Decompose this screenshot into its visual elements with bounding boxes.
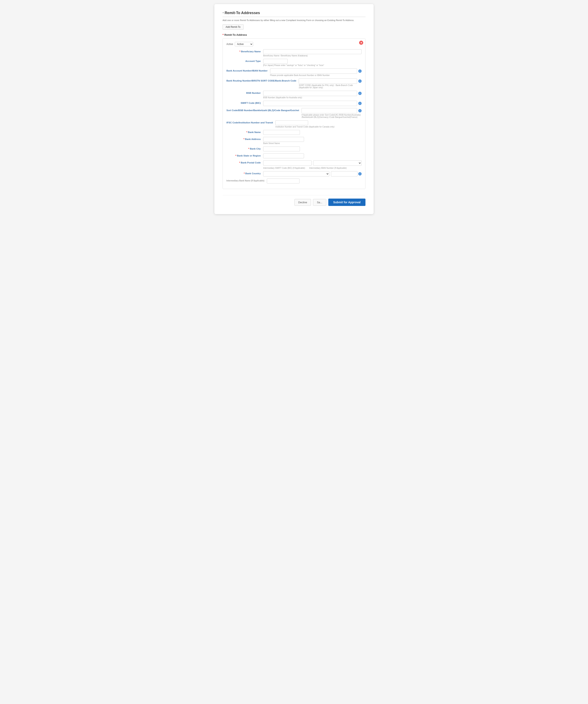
ifsc-code-row: IFSC Code/Institution Number and Transit… — [226, 120, 362, 128]
status-select[interactable]: Active Inactive — [235, 42, 253, 46]
sort-code-hint: If Applicable please enter Sort Code(UK)… — [302, 114, 362, 118]
sort-code-info-icon[interactable]: i — [358, 109, 362, 112]
sort-code-input[interactable] — [302, 108, 357, 113]
swift-code-input[interactable] — [263, 101, 357, 106]
bank-name-label: Bank Name — [226, 130, 263, 133]
bank-routing-info-icon[interactable]: i — [358, 79, 362, 83]
swift-code-label: SWIFT Code (BIC) — [226, 101, 263, 104]
intermediary-swift-input[interactable] — [331, 171, 357, 177]
status-row: Active Active Inactive — [226, 42, 362, 46]
intermediary-swift-info-icon[interactable]: i — [358, 172, 362, 175]
bsb-number-info-icon[interactable]: i — [358, 92, 362, 95]
account-type-row: Account Type [For Japan] Please enter "s… — [226, 59, 362, 66]
decline-button[interactable]: Decline — [295, 199, 311, 206]
bank-state-label: Bank State or Region — [226, 154, 263, 157]
intermediary-bank-name-row: Intermediary Bank Name (If Applicable) — [226, 179, 362, 183]
section-description: Add one or more Remit-To Addresses by ei… — [222, 19, 366, 21]
bsb-number-input[interactable] — [263, 91, 357, 96]
account-type-input[interactable] — [263, 59, 288, 64]
bank-country-label: Bank Country — [226, 171, 263, 175]
bank-country-row: Bank Country i — [226, 171, 362, 177]
close-button[interactable]: ✕ — [359, 41, 363, 45]
bsb-number-row: BSB Number i BSB Number (Applicable for … — [226, 91, 362, 99]
bank-state-input[interactable] — [263, 154, 304, 158]
ifsc-code-label: IFSC Code/Institution Number and Transit — [226, 120, 275, 124]
add-remit-button[interactable]: Add Remit-To — [222, 24, 244, 30]
status-label: Active — [226, 43, 233, 46]
footer-actions: Decline Sa... Submit for Approval — [222, 195, 366, 206]
save-button[interactable]: Sa... — [313, 199, 326, 206]
remit-form-card: ✕ Active Active Inactive Beneficiary Nam… — [222, 39, 366, 189]
bank-postal-input[interactable] — [263, 160, 312, 166]
beneficiary-name-hint: Beneficiary Name / Beneficiary Name (Kat… — [263, 55, 362, 57]
bank-city-row: Bank City — [226, 146, 362, 152]
bsb-number-hint: BSB Number (Applicable for Australia onl… — [263, 97, 362, 99]
page-container: Remit-To Addresses Add one or more Remit… — [214, 4, 374, 214]
bank-postal-country-select[interactable] — [313, 160, 362, 166]
bank-account-iban-info-icon[interactable]: i — [358, 69, 362, 73]
bank-routing-label: Bank Routing Number/BRSTN SORT CODE/Bank… — [226, 78, 299, 82]
bank-routing-input[interactable] — [299, 78, 357, 84]
bank-routing-row: Bank Routing Number/BRSTN SORT CODE/Bank… — [226, 78, 362, 89]
bank-account-iban-hint: Please provide applicable Bank Account N… — [270, 74, 362, 76]
ifsc-code-hint: Institution Number and Transit Code (App… — [275, 126, 362, 128]
intermediary-bank-name-input[interactable] — [267, 179, 300, 183]
bank-account-iban-label: Bank Account Number/IBAN Number — [226, 68, 270, 72]
bank-city-input[interactable] — [263, 146, 300, 152]
swift-code-info-icon[interactable]: i — [358, 102, 362, 105]
beneficiary-name-label: Beneficiary Name — [226, 49, 263, 53]
bank-address-row: Bank Address Bank Street Name — [226, 137, 362, 144]
bank-country-select[interactable] — [263, 171, 329, 177]
swift-code-row: SWIFT Code (BIC) i — [226, 101, 362, 106]
intermediary-iban-hint: Intermediary IBAN Number (If Applicable) — [309, 167, 346, 169]
bank-state-row: Bank State or Region — [226, 154, 362, 158]
bsb-number-label: BSB Number — [226, 91, 263, 94]
intermediary-swift-hint: Intermediary SWIFT Code (BIC) (If Applic… — [263, 167, 305, 169]
section-divider — [222, 17, 366, 17]
submit-for-approval-button[interactable]: Submit for Approval — [328, 198, 366, 206]
bank-city-label: Bank City — [226, 146, 263, 150]
remit-address-title: * Remit-To Address — [222, 33, 366, 36]
bank-routing-hint: SORT CODE (Applicable for PHL only) : Ba… — [299, 84, 362, 89]
bank-address-input[interactable] — [263, 137, 304, 142]
sort-code-label: Sort Code/BSB Number/Bankleitzahl (BLZ)/… — [226, 108, 302, 112]
bank-postal-row: Bank Postal Code Intermediary SWIFT Code… — [226, 160, 362, 169]
account-type-hint: [For Japan] Please enter "savings" or "f… — [263, 64, 362, 66]
bank-postal-label: Bank Postal Code — [226, 160, 263, 164]
bank-name-row: Bank Name — [226, 130, 362, 135]
section-title: Remit-To Addresses — [222, 10, 366, 15]
account-type-label: Account Type — [226, 59, 263, 62]
bank-name-input[interactable] — [263, 130, 300, 135]
beneficiary-name-row: Beneficiary Name Beneficiary Name / Bene… — [226, 49, 362, 57]
intermediary-bank-name-label: Intermediary Bank Name (If Applicable) — [226, 179, 267, 182]
bank-account-iban-input[interactable] — [270, 68, 357, 74]
bank-account-iban-row: Bank Account Number/IBAN Number i Please… — [226, 68, 362, 76]
ifsc-code-input[interactable] — [275, 120, 308, 125]
beneficiary-name-input[interactable] — [263, 49, 362, 54]
sort-code-row: Sort Code/BSB Number/Bankleitzahl (BLZ)/… — [226, 108, 362, 118]
bank-address-hint: Bank Street Name — [263, 142, 362, 144]
bank-address-label: Bank Address — [226, 137, 263, 140]
